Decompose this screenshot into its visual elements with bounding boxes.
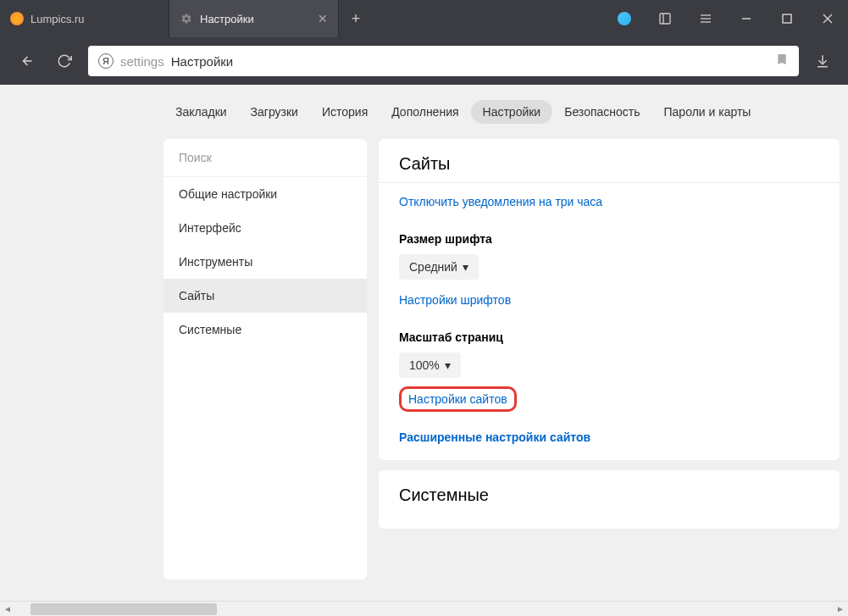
- panel-column: Сайты Отключить уведомления на три часа …: [379, 139, 840, 580]
- minimize-button[interactable]: [726, 0, 767, 37]
- scroll-left-icon[interactable]: ◄: [0, 602, 15, 617]
- close-window-button[interactable]: [807, 0, 848, 37]
- chevron-down-icon: ▾: [463, 260, 468, 274]
- highlight-annotation: Настройки сайтов: [399, 386, 517, 412]
- site-settings-link[interactable]: Настройки сайтов: [408, 392, 507, 406]
- menu-button[interactable]: [685, 0, 726, 37]
- downloads-button[interactable]: [807, 46, 838, 76]
- maximize-button[interactable]: [767, 0, 807, 37]
- svg-rect-6: [783, 14, 791, 23]
- titlebar: Lumpics.ru Настройки ✕ +: [0, 0, 848, 37]
- tab-label: Lumpics.ru: [30, 13, 85, 25]
- scroll-thumb[interactable]: [30, 603, 217, 615]
- font-size-value: Средний: [409, 260, 457, 274]
- new-tab-button[interactable]: +: [339, 0, 373, 37]
- reload-button[interactable]: [49, 46, 80, 76]
- scale-label: Масштаб страниц: [399, 330, 819, 344]
- content: Закладки Загрузки История Дополнения Нас…: [0, 85, 848, 601]
- scroll-track[interactable]: [30, 602, 818, 616]
- titlebar-controls: [604, 0, 848, 37]
- advanced-site-settings-link[interactable]: Расширенные настройки сайтов: [399, 430, 590, 444]
- chevron-down-icon: ▾: [445, 358, 451, 372]
- scroll-right-icon[interactable]: ►: [833, 602, 848, 617]
- sidebar-search[interactable]: Поиск: [164, 139, 367, 177]
- address-prefix: settings: [120, 54, 164, 69]
- yandex-icon: Я: [98, 53, 114, 69]
- sidebar: Поиск Общие настройки Интерфейс Инструме…: [164, 139, 367, 580]
- gear-icon: [180, 12, 193, 25]
- sidebar-item-tools[interactable]: Инструменты: [164, 245, 367, 279]
- scale-value: 100%: [409, 358, 440, 372]
- sidebar-item-general[interactable]: Общие настройки: [164, 177, 367, 211]
- disable-notifications-link[interactable]: Отключить уведомления на три часа: [399, 195, 602, 208]
- sync-icon: [618, 12, 631, 25]
- tab-label: Настройки: [200, 13, 254, 25]
- close-icon[interactable]: ✕: [318, 12, 328, 25]
- scale-select[interactable]: 100% ▾: [399, 352, 461, 378]
- font-settings-link[interactable]: Настройки шрифтов: [399, 293, 511, 307]
- lumpics-favicon-icon: [10, 12, 24, 25]
- sidebar-item-interface[interactable]: Интерфейс: [164, 211, 367, 245]
- bookmark-panel-button[interactable]: [645, 0, 685, 37]
- topnav-addons[interactable]: Дополнения: [380, 100, 470, 124]
- font-size-select[interactable]: Средний ▾: [399, 254, 479, 280]
- sync-button[interactable]: [604, 0, 645, 37]
- panel-sites: Сайты Отключить уведомления на три часа …: [379, 139, 840, 460]
- sidebar-item-sites[interactable]: Сайты: [164, 279, 367, 313]
- panel-title: Сайты: [399, 154, 819, 174]
- panel-title-system: Системные: [399, 486, 819, 505]
- topnav-security[interactable]: Безопасность: [552, 100, 651, 124]
- tab-settings[interactable]: Настройки ✕: [169, 0, 339, 37]
- bookmark-icon[interactable]: [775, 53, 789, 69]
- font-size-label: Размер шрифта: [399, 232, 819, 246]
- addressbar: Я settings Настройки: [0, 37, 848, 85]
- panel-system: Системные: [379, 470, 840, 529]
- tab-lumpics[interactable]: Lumpics.ru: [0, 0, 169, 37]
- address-main: Настройки: [171, 54, 234, 69]
- topnav-settings[interactable]: Настройки: [471, 100, 553, 124]
- back-button[interactable]: [10, 46, 41, 76]
- topnav: Закладки Загрузки История Дополнения Нас…: [0, 85, 848, 139]
- topnav-history[interactable]: История: [310, 100, 380, 124]
- topnav-downloads[interactable]: Загрузки: [239, 100, 310, 124]
- topnav-passwords[interactable]: Пароли и карты: [652, 100, 763, 124]
- topnav-bookmarks[interactable]: Закладки: [164, 100, 239, 124]
- horizontal-scrollbar[interactable]: ◄ ►: [0, 601, 848, 616]
- address-input[interactable]: Я settings Настройки: [88, 46, 799, 76]
- svg-rect-0: [660, 14, 670, 24]
- main-layout: Поиск Общие настройки Интерфейс Инструме…: [164, 139, 848, 580]
- sidebar-item-system[interactable]: Системные: [164, 313, 367, 347]
